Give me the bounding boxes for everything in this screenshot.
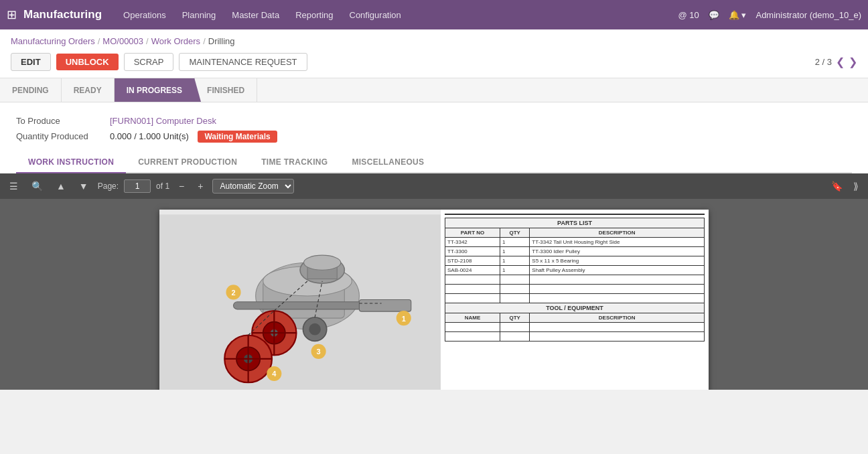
- top-navigation: ⊞ Manufacturing Operations Planning Mast…: [0, 0, 868, 29]
- part-no: TT-3300: [445, 247, 500, 256]
- nav-operations[interactable]: Operations: [122, 7, 167, 23]
- breadcrumb-sep-2: /: [146, 36, 149, 46]
- part-no: SAB-0024: [445, 266, 500, 275]
- svg-point-15: [309, 323, 321, 335]
- pdf-content: 2 1 3 4: [0, 199, 868, 390]
- table-row-empty: [445, 285, 705, 294]
- pdf-toolbar: ☰ 🔍 ▲ ▼ Page: of 1 − + Automatic Zoom 50…: [0, 173, 868, 199]
- chat-icon[interactable]: 💬: [709, 10, 719, 20]
- to-produce-row: To Produce [FURN001] Computer Desk: [16, 116, 852, 126]
- svg-rect-8: [359, 299, 411, 311]
- nav-master-data[interactable]: Master Data: [230, 7, 281, 23]
- pdf-next-page-button[interactable]: ▼: [75, 179, 92, 194]
- table-row-empty: [445, 294, 705, 303]
- status-pending[interactable]: PENDING: [0, 78, 62, 102]
- tab-bar: WORK INSTRUCTION CURRENT PRODUCTION TIME…: [16, 152, 852, 173]
- status-bar: PENDING READY IN PROGRESS FINISHED: [0, 78, 868, 102]
- part-no: STD-2108: [445, 256, 500, 266]
- pdf-bookmark-button[interactable]: 🔖: [827, 179, 847, 194]
- pdf-drawing-area: 2 1 3 4: [159, 210, 441, 390]
- qty: 1: [500, 238, 530, 247]
- breadcrumb-sep-1: /: [98, 36, 100, 46]
- parts-list-table: PARTS LIST PART NO QTY DESCRIPTION TT-33…: [445, 218, 705, 342]
- col-description: DESCRIPTION: [530, 313, 705, 323]
- pdf-sidebar-toggle[interactable]: ☰: [5, 179, 22, 194]
- svg-text:4: 4: [272, 370, 277, 378]
- unblock-button[interactable]: UNBLOCK: [56, 54, 119, 70]
- status-ready[interactable]: READY: [62, 78, 115, 102]
- bell-icon[interactable]: 🔔 ▾: [729, 10, 747, 20]
- to-produce-label: To Produce: [16, 116, 110, 126]
- nav-reporting[interactable]: Reporting: [294, 7, 334, 23]
- quantity-row: Quantity Produced 0.000 / 1.000 Unit(s) …: [16, 131, 852, 141]
- breadcrumb: Manufacturing Orders / MO/00003 / Work O…: [0, 29, 868, 49]
- pdf-right-buttons: 🔖 ⟫: [827, 179, 863, 194]
- tab-miscellaneous[interactable]: MISCELLANEOUS: [340, 152, 436, 173]
- waiting-materials-badge: Waiting Materials: [198, 131, 277, 143]
- qty: 1: [500, 266, 530, 275]
- tool-row-empty: [445, 332, 705, 342]
- col-part-no: PART NO: [445, 228, 500, 238]
- svg-rect-7: [234, 302, 367, 309]
- pdf-zoom-in-button[interactable]: +: [194, 179, 207, 194]
- next-page-button[interactable]: ❯: [849, 56, 857, 68]
- prev-page-button[interactable]: ❮: [836, 56, 845, 68]
- tool-header-row: NAME QTY DESCRIPTION: [445, 313, 705, 323]
- col-name: NAME: [445, 313, 500, 323]
- part-no: TT-3342: [445, 238, 500, 247]
- tab-current-production[interactable]: CURRENT PRODUCTION: [126, 152, 249, 173]
- table-row: STD-2108 1 S5 x 11 x 5 Bearing: [445, 256, 705, 266]
- pdf-zoom-out-button[interactable]: −: [175, 179, 188, 194]
- description: Shaft Pulley Assembly: [530, 266, 705, 275]
- page-info: 2 / 3: [815, 57, 832, 67]
- pdf-viewer: ☰ 🔍 ▲ ▼ Page: of 1 − + Automatic Zoom 50…: [0, 173, 868, 390]
- pdf-page-input[interactable]: [124, 179, 151, 193]
- maintenance-request-button[interactable]: MAINTENANCE REQUEST: [179, 53, 307, 71]
- svg-text:2: 2: [231, 289, 235, 297]
- tab-work-instruction[interactable]: WORK INSTRUCTION: [16, 152, 126, 173]
- parts-list-header: PARTS LIST: [445, 218, 705, 228]
- qty: 1: [500, 256, 530, 266]
- nav-links: Operations Planning Master Data Reportin…: [122, 7, 678, 23]
- product-link[interactable]: [FURN001] Computer Desk: [110, 116, 216, 126]
- app-grid-icon[interactable]: ⊞: [7, 7, 17, 22]
- breadcrumb-mo[interactable]: MO/00003: [102, 36, 143, 46]
- nav-configuration[interactable]: Configuration: [348, 7, 403, 23]
- status-in-progress[interactable]: IN PROGRESS: [115, 78, 195, 102]
- action-bar: EDIT UNBLOCK SCRAP MAINTENANCE REQUEST 2…: [0, 49, 868, 78]
- pdf-of-label: of 1: [156, 181, 169, 191]
- pdf-search-button[interactable]: 🔍: [27, 179, 47, 194]
- tab-time-tracking[interactable]: TIME TRACKING: [249, 152, 340, 173]
- nav-planning[interactable]: Planning: [181, 7, 218, 23]
- tool-row-empty: [445, 323, 705, 332]
- breadcrumb-sep-3: /: [203, 36, 206, 46]
- breadcrumb-current: Drilling: [208, 36, 235, 46]
- table-row: TT-3342 1 TT-3342 Tail Unit Housing Righ…: [445, 238, 705, 247]
- pdf-page: 2 1 3 4: [159, 210, 709, 390]
- col-description: DESCRIPTION: [530, 228, 705, 238]
- user-menu[interactable]: Administrator (demo_10_e): [755, 10, 861, 20]
- action-bar-right: 2 / 3 ❮ ❯: [815, 56, 857, 68]
- nav-right: @ 10 💬 🔔 ▾ Administrator (demo_10_e): [678, 10, 861, 20]
- description: TT-3342 Tail Unit Housing Right Side: [530, 238, 705, 247]
- breadcrumb-manufacturing-orders[interactable]: Manufacturing Orders: [11, 36, 95, 46]
- notification-count[interactable]: @ 10: [678, 10, 699, 20]
- edit-button[interactable]: EDIT: [11, 53, 51, 71]
- pdf-zoom-select[interactable]: Automatic Zoom 50% 75% 100% 125% 150%: [212, 179, 294, 194]
- mechanical-drawing-svg: 2 1 3 4: [159, 210, 441, 390]
- breadcrumb-work-orders[interactable]: Work Orders: [151, 36, 200, 46]
- status-finished[interactable]: FINISHED: [195, 78, 257, 102]
- col-qty: QTY: [500, 228, 530, 238]
- tool-section-header: TOOL / EQUIPMENT: [445, 303, 705, 313]
- table-row: SAB-0024 1 Shaft Pulley Assembly: [445, 266, 705, 275]
- quantity-value: 0.000 / 1.000 Unit(s) Waiting Materials: [110, 131, 277, 141]
- pdf-prev-page-button[interactable]: ▲: [52, 179, 70, 194]
- description: TT-3300 Idler Pulley: [530, 247, 705, 256]
- pdf-page-label: Page:: [98, 181, 119, 191]
- description: S5 x 11 x 5 Bearing: [530, 256, 705, 266]
- main-content: To Produce [FURN001] Computer Desk Quant…: [0, 102, 868, 390]
- scrap-button[interactable]: SCRAP: [124, 53, 174, 71]
- quantity-label: Quantity Produced: [16, 131, 110, 141]
- pdf-fullscreen-button[interactable]: ⟫: [849, 179, 863, 194]
- svg-point-6: [304, 255, 341, 270]
